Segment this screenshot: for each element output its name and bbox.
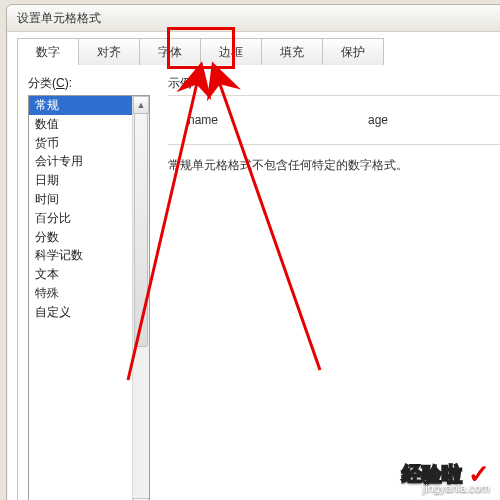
list-item[interactable]: 百分比 <box>29 209 133 228</box>
list-item[interactable]: 会计专用 <box>29 152 133 171</box>
tab-panel: 分类(C): 常规 数值 货币 会计专用 日期 时间 百分比 分数 科学记数 文… <box>17 65 500 500</box>
tab-border[interactable]: 边框 <box>200 38 262 66</box>
list-item[interactable]: 特殊 <box>29 284 133 303</box>
tab-strip: 数字 对齐 字体 边框 填充 保护 <box>17 37 500 66</box>
tab-font[interactable]: 字体 <box>139 38 201 66</box>
tab-fill[interactable]: 填充 <box>261 38 323 66</box>
list-item[interactable]: 分数 <box>29 228 133 247</box>
dialog-window: 设置单元格格式 数字 对齐 字体 边框 填充 保护 分类(C): 常规 数值 <box>6 4 500 500</box>
watermark: 经验啦 ✓ jingyanla.com <box>402 456 490 492</box>
example-title: 示例 <box>168 75 192 92</box>
example-col2: age <box>368 112 388 129</box>
scroll-thumb[interactable] <box>134 113 148 347</box>
window-title: 设置单元格格式 <box>17 11 101 25</box>
tab-number[interactable]: 数字 <box>17 38 79 67</box>
example-box: name age <box>168 95 500 145</box>
category-label: 分类(C): <box>28 75 72 92</box>
scroll-up-icon[interactable]: ▲ <box>133 96 149 114</box>
watermark-url: jingyanla.com <box>423 481 490 496</box>
category-listbox[interactable]: 常规 数值 货币 会计专用 日期 时间 百分比 分数 科学记数 文本 特殊 自定… <box>28 95 150 500</box>
list-item[interactable]: 自定义 <box>29 303 133 322</box>
scroll-track[interactable] <box>133 113 149 499</box>
tab-protect[interactable]: 保护 <box>322 38 384 66</box>
listbox-scrollbar[interactable]: ▲ ▼ <box>132 96 149 500</box>
list-item[interactable]: 文本 <box>29 265 133 284</box>
screenshot-frame: 设置单元格格式 数字 对齐 字体 边框 填充 保护 分类(C): 常规 数值 <box>0 0 500 500</box>
example-col1: name <box>188 112 218 129</box>
list-item[interactable]: 时间 <box>29 190 133 209</box>
list-item[interactable]: 货币 <box>29 134 133 153</box>
window-titlebar: 设置单元格格式 <box>7 5 500 32</box>
list-item[interactable]: 日期 <box>29 171 133 190</box>
format-description: 常规单元格格式不包含任何特定的数字格式。 <box>168 157 408 174</box>
list-item[interactable]: 科学记数 <box>29 246 133 265</box>
list-item[interactable]: 数值 <box>29 115 133 134</box>
list-item[interactable]: 常规 <box>29 96 133 115</box>
tab-align[interactable]: 对齐 <box>78 38 140 66</box>
